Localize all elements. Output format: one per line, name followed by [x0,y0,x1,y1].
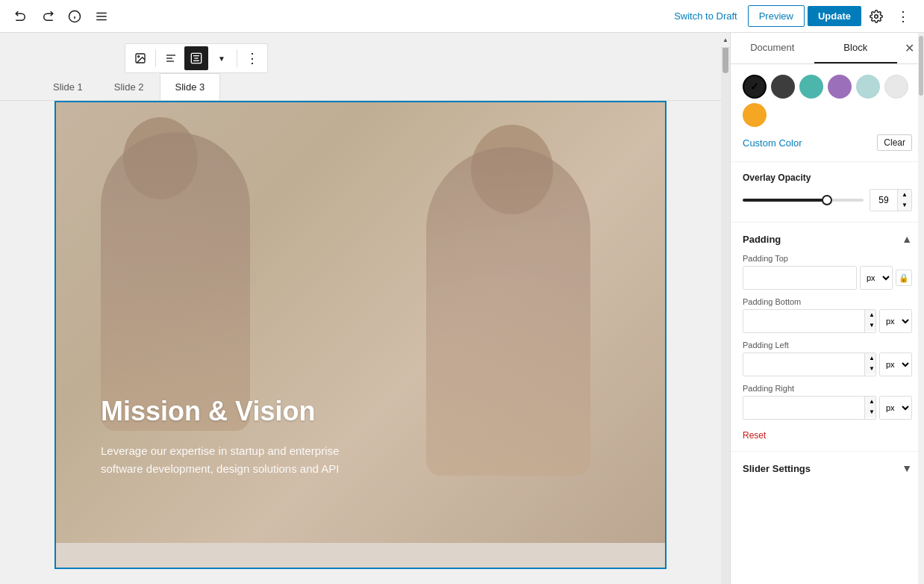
update-button[interactable]: Update [808,6,861,26]
preview-button[interactable]: Preview [748,5,805,27]
slides-tabs: Slide 1 Slide 2 Slide 3 [0,73,721,101]
padding-top-input[interactable] [743,267,857,289]
image-block-button[interactable] [128,46,152,70]
padding-right-input[interactable] [743,397,864,419]
padding-section: Padding ▲ Padding Top ▲ ▼ [731,223,924,452]
padding-bottom-unit[interactable]: px em % [880,310,911,332]
editor-wrapper: ▼ ⋮ Slide 1 Slide 2 Slide 3 [0,33,730,584]
right-panel: Document Block ✕ Custom Co [730,33,924,584]
color-swatch-black[interactable] [743,75,767,99]
slider-settings-title: Slider Settings [743,463,811,474]
overlay-section: Overlay Opacity ▲ ▼ [731,162,924,223]
color-swatch-teal[interactable] [799,75,823,99]
slide-frame[interactable]: Mission & Vision Leverage our expertise … [54,101,667,569]
panel-collapse-top[interactable]: ▲ [721,33,730,48]
opacity-slider[interactable] [743,199,864,202]
padding-title: Padding [743,234,781,245]
padding-right-row: Padding Right ▲ ▼ px em [743,384,912,420]
padding-collapse-button[interactable]: ▲ [902,233,912,245]
opacity-input[interactable] [870,190,897,211]
padding-left-row: Padding Left ▲ ▼ px em [743,341,912,376]
editor-scrollbar[interactable] [721,33,730,584]
switch-to-draft-button[interactable]: Switch to Draft [667,6,745,26]
tabs-and-canvas: ▼ ⋮ Slide 1 Slide 2 Slide 3 [0,33,721,584]
padding-bottom-input-wrap: ▲ ▼ [743,309,876,333]
opacity-thumb [822,195,832,205]
custom-color-button[interactable]: Custom Color [743,137,802,149]
padding-lock-button[interactable]: 🔒 [896,270,912,286]
slider-settings-section: Slider Settings ▼ [731,452,924,485]
color-section: Custom Color Clear [731,64,924,162]
padding-left-spin-up[interactable]: ▲ [865,353,876,364]
tab-document[interactable]: Document [731,33,814,63]
tab-block[interactable]: Block [814,33,898,63]
padding-bottom-label: Padding Bottom [743,297,912,306]
color-swatch-darkgray[interactable] [771,75,795,99]
slide-title: Mission & Vision [101,396,339,427]
slide-text-content: Mission & Vision Leverage our expertise … [101,396,339,478]
opacity-spin-down[interactable]: ▼ [898,200,911,211]
list-button[interactable] [90,4,113,28]
color-swatch-lightblue[interactable] [856,75,880,99]
opacity-input-wrap: ▲ ▼ [870,189,912,211]
settings-button[interactable] [864,4,888,28]
padding-left-input-row: ▲ ▼ px em % [743,352,912,376]
padding-right-spin-up[interactable]: ▲ [865,397,876,407]
block-more-button[interactable]: ⋮ [240,46,264,70]
undo-button[interactable] [9,4,33,28]
padding-left-input-wrap: ▲ ▼ [743,352,876,376]
slide-overlay [56,102,665,568]
slide-canvas: Mission & Vision Leverage our expertise … [0,101,721,584]
color-swatch-purple[interactable] [828,75,852,99]
padding-left-unit[interactable]: px em % [880,353,911,376]
overlay-opacity-label: Overlay Opacity [743,173,912,183]
padding-left-unit-wrap: px em % [879,352,912,376]
opacity-row: ▲ ▼ [743,189,912,211]
padding-left-input[interactable] [743,353,864,376]
padding-top-row: Padding Top ▲ ▼ px em [743,254,912,290]
top-toolbar: Switch to Draft Preview Update ⋮ [0,0,924,33]
align-center-button[interactable] [184,46,208,70]
padding-header: Padding ▲ [743,233,912,245]
padding-bottom-spin-up[interactable]: ▲ [865,310,876,320]
align-left-button[interactable] [159,46,183,70]
svg-point-6 [875,14,878,18]
slider-settings-collapse[interactable]: ▼ [902,462,912,474]
padding-top-label: Padding Top [743,254,912,263]
more-options-button[interactable]: ⋮ [891,4,915,28]
padding-right-unit-wrap: px em % [879,396,912,420]
panel-scroll-thumb [919,36,923,96]
color-swatches [743,75,912,127]
slider-settings-header: Slider Settings ▼ [743,462,912,474]
block-toolbar-row: ▼ ⋮ [0,33,721,73]
padding-left-spin-down[interactable]: ▼ [865,364,876,374]
padding-reset-button[interactable]: Reset [743,430,766,441]
padding-top-input-wrap: ▲ ▼ [743,266,857,290]
color-actions: Custom Color Clear [743,134,912,151]
panel-header: Document Block ✕ [731,33,924,64]
redo-button[interactable] [36,4,60,28]
opacity-spinners: ▲ ▼ [897,190,911,211]
panel-scrollbar[interactable] [918,33,924,584]
panel-scroll[interactable]: Custom Color Clear Overlay Opacity ▲ ▼ [731,64,924,584]
padding-bottom-input-row: ▲ ▼ px em % [743,309,912,333]
main-area: ▼ ⋮ Slide 1 Slide 2 Slide 3 [0,33,924,584]
padding-right-input-row: ▲ ▼ px em % [743,396,912,420]
padding-top-unit[interactable]: px em % [861,267,892,289]
padding-top-unit-wrap: px em % [860,266,893,290]
color-swatch-orange[interactable] [743,103,767,127]
slide-tab-1[interactable]: Slide 1 [37,73,99,100]
color-swatch-lightgray[interactable] [884,75,908,99]
opacity-spin-up[interactable]: ▲ [898,190,911,200]
slide-tab-3[interactable]: Slide 3 [160,73,221,100]
padding-bottom-spin-down[interactable]: ▼ [865,320,876,331]
block-options-arrow[interactable]: ▼ [210,46,234,70]
padding-bottom-input[interactable] [743,310,864,332]
clear-color-button[interactable]: Clear [877,134,912,151]
slide-tab-2[interactable]: Slide 2 [99,73,160,100]
padding-right-unit[interactable]: px em % [880,397,911,419]
svg-point-8 [138,56,140,58]
padding-right-spin-down[interactable]: ▼ [865,407,876,417]
info-button[interactable] [63,4,87,28]
padding-top-input-row: ▲ ▼ px em % 🔒 [743,266,912,290]
